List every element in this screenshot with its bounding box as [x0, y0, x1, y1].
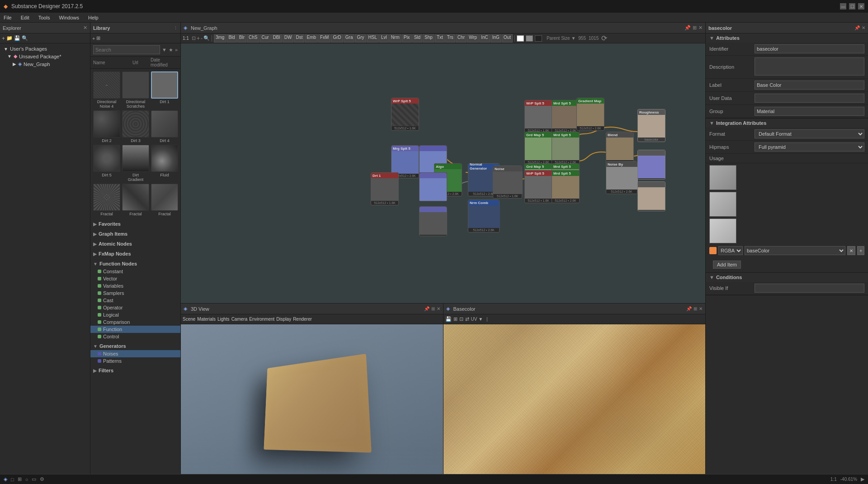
- lib-function-nodes-header[interactable]: ▼ Function Nodes: [90, 260, 180, 268]
- hipmaps-select[interactable]: Full pyramid: [755, 142, 864, 152]
- lib-item-vector[interactable]: Vector: [90, 275, 180, 282]
- thumb-fluid[interactable]: Fluid: [151, 145, 178, 182]
- window-controls[interactable]: — ☐ ✕: [840, 3, 864, 9]
- fit-btn[interactable]: ⊡: [192, 35, 196, 41]
- tab-camera[interactable]: Camera: [231, 317, 248, 322]
- filter-gry[interactable]: Gry: [355, 34, 366, 43]
- node-blend-r2[interactable]: Blend 512x512 • 1.6K: [606, 132, 634, 165]
- view-gray-btn[interactable]: [526, 35, 533, 42]
- integration-section-header[interactable]: ▼ Integration Attributes: [706, 119, 868, 128]
- filter-cur[interactable]: Cur: [260, 34, 271, 43]
- search-graph-btn[interactable]: 🔍: [203, 35, 210, 41]
- lib-favorites-header[interactable]: ▶ Favorites: [90, 220, 180, 228]
- lib-filters-header[interactable]: ▶ Filters: [90, 366, 180, 375]
- view3d-close-btn[interactable]: ✕: [437, 306, 440, 311]
- statusbar-plane-btn[interactable]: ▭: [32, 476, 36, 482]
- lib-grid-btn[interactable]: ⊞: [96, 35, 100, 41]
- filter-trs[interactable]: Trs: [445, 34, 455, 43]
- thumb-dirt-gradient[interactable]: DirtGradient: [122, 145, 149, 182]
- attr-close-btn[interactable]: ✕: [862, 25, 865, 30]
- lib-generators-header[interactable]: ▼ Generators: [90, 342, 180, 350]
- lib-item-function[interactable]: Function: [90, 326, 180, 333]
- attr-pin-btn[interactable]: 📌: [854, 25, 860, 30]
- node-warpsplt-r1[interactable]: WrP Splt 5 512x512 • 1.6K: [524, 100, 552, 133]
- node-mrgsplt-r1[interactable]: Mrd Splt 5 512x512 • 2.6K: [552, 100, 580, 133]
- view3d-float-btn[interactable]: ⊞: [431, 306, 435, 311]
- tab-materials[interactable]: Materials: [197, 317, 216, 322]
- basecolor-grid-btn[interactable]: ⊞: [453, 316, 458, 322]
- lib-item-comparison[interactable]: Comparison: [90, 318, 180, 326]
- basecolor-pin-btn[interactable]: 📌: [686, 306, 692, 311]
- parent-size-btn[interactable]: Parent Size ▼: [547, 36, 576, 41]
- add-item-button[interactable]: Add Item: [713, 261, 741, 269]
- thumb-dirt5[interactable]: Dirt 5: [93, 145, 120, 182]
- menu-tools[interactable]: Tools: [37, 15, 52, 20]
- filter-inc[interactable]: InC: [479, 34, 490, 43]
- conditions-section-header[interactable]: ▼ Conditions: [706, 273, 868, 282]
- lib-item-noises[interactable]: Noises: [90, 350, 180, 357]
- lib-fxmap-nodes-header[interactable]: ▶ FxMap Nodes: [90, 250, 180, 258]
- search-more-icon[interactable]: »: [175, 47, 178, 52]
- view-black-btn[interactable]: [535, 35, 542, 42]
- view3d-pin-btn[interactable]: 📌: [424, 306, 429, 311]
- tab-environment[interactable]: Environment: [249, 317, 274, 322]
- lib-atomic-nodes-header[interactable]: ▶ Atomic Nodes: [90, 240, 180, 248]
- filter-blr[interactable]: Blr: [237, 34, 246, 43]
- filter-shp[interactable]: Shp: [423, 34, 434, 43]
- search-star-icon[interactable]: ★: [169, 47, 173, 53]
- statusbar-grid-btn[interactable]: ⊞: [18, 476, 22, 482]
- tab-display[interactable]: Display: [276, 317, 291, 322]
- statusbar-cube-btn[interactable]: □: [11, 477, 14, 482]
- filter-emb[interactable]: Emb: [305, 34, 318, 43]
- node-mrgsplt-r4[interactable]: Mrd Splt 5 512x512 • 2.6K: [552, 170, 580, 203]
- lib-item-variables[interactable]: Variables: [90, 282, 180, 289]
- lib-add-btn[interactable]: +: [92, 36, 95, 41]
- userdata-input[interactable]: [755, 94, 864, 103]
- filter-dw[interactable]: DW: [283, 34, 294, 43]
- filter-fxm[interactable]: FxM: [318, 34, 330, 43]
- node-nrmgen2[interactable]: Nrm Comb 512x512 • 2.6K: [468, 199, 500, 233]
- usage-rgba-select[interactable]: RGBA: [718, 246, 743, 255]
- basecolor-fit-btn[interactable]: ⊡: [459, 316, 463, 322]
- lib-item-patterns[interactable]: Patterns: [90, 357, 180, 365]
- view-basecolor-content[interactable]: [443, 324, 706, 475]
- thumb-fractal3[interactable]: Fractal: [151, 184, 178, 216]
- description-textarea[interactable]: [755, 57, 864, 76]
- menu-file[interactable]: File: [2, 15, 14, 20]
- basecolor-save-btn[interactable]: 💾: [445, 316, 452, 322]
- tab-scene[interactable]: Scene: [183, 317, 195, 322]
- explorer-save-btn[interactable]: 💾: [14, 35, 20, 41]
- statusbar-settings-btn[interactable]: ⚙: [40, 476, 44, 482]
- thumb-dirt2[interactable]: Dirt 2: [93, 110, 120, 143]
- menu-edit[interactable]: Edit: [19, 15, 31, 20]
- lib-item-logical[interactable]: Logical: [90, 311, 180, 318]
- thumb-fractal2[interactable]: Fractal: [122, 184, 149, 216]
- node-blend-ctr[interactable]: Noise 512x512 • 1.6K: [493, 166, 522, 199]
- format-select[interactable]: Default Format: [755, 129, 864, 138]
- view-white-btn[interactable]: [517, 35, 524, 42]
- filter-hsl[interactable]: HSL: [367, 34, 379, 43]
- lib-item-operator[interactable]: Operator: [90, 304, 180, 311]
- identifier-input[interactable]: [755, 44, 864, 53]
- thumb-directional-scratches[interactable]: DirectionalScratches: [122, 71, 149, 109]
- filter-nrm[interactable]: Nrm: [389, 34, 401, 43]
- graph-float-btn[interactable]: ⊞: [693, 25, 697, 31]
- library-more-btn[interactable]: ⋮: [174, 26, 178, 30]
- zoom-in-btn[interactable]: +: [197, 35, 200, 42]
- filter-sld[interactable]: Sld: [412, 34, 422, 43]
- zoom-out-btn[interactable]: -: [201, 35, 203, 42]
- thumb-dirt3[interactable]: Dirt 3: [122, 110, 149, 143]
- basecolor-channel-btn[interactable]: ⇄: [465, 316, 469, 322]
- node-mrgsplt-r2[interactable]: Mrd Splt 5 512x512 • 2.6K: [552, 132, 580, 165]
- label-input[interactable]: [755, 81, 864, 90]
- tab-lights[interactable]: Lights: [217, 317, 230, 322]
- thumb-dirt1[interactable]: Dirt 1: [151, 71, 178, 109]
- menu-help[interactable]: Help: [86, 15, 100, 20]
- thumb-fractal1[interactable]: Fractal: [93, 184, 120, 216]
- filter-lvl[interactable]: Lvl: [379, 34, 389, 43]
- basecolor-close-btn[interactable]: ✕: [699, 306, 703, 311]
- menu-windows[interactable]: Windows: [57, 15, 81, 20]
- group-input[interactable]: [755, 107, 864, 116]
- explorer-search-btn[interactable]: 🔍: [22, 35, 28, 41]
- thumb-dirt4[interactable]: Dirt 4: [151, 110, 178, 143]
